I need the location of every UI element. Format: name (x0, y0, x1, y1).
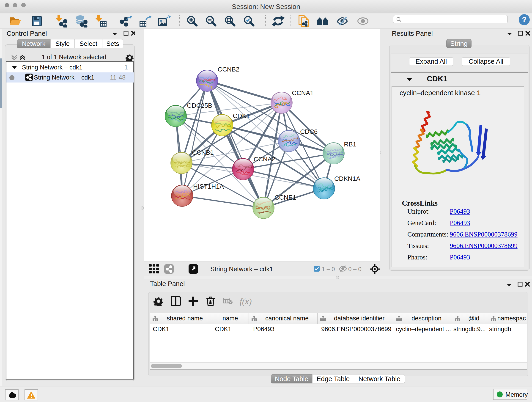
svg-text:CCNE1: CCNE1 (274, 194, 296, 201)
svg-text:CDC25B: CDC25B (187, 102, 212, 109)
svg-text:CCNA2: CCNA2 (254, 156, 275, 163)
svg-text:CDKN1A: CDKN1A (334, 175, 360, 182)
svg-text:RB1: RB1 (344, 141, 356, 148)
svg-text:CCNA1: CCNA1 (292, 89, 314, 96)
svg-text:CDK1: CDK1 (233, 112, 250, 119)
svg-text:CCNB1: CCNB1 (192, 149, 214, 156)
svg-text:CCNB2: CCNB2 (218, 66, 239, 73)
svg-text:HIST1H1A: HIST1H1A (193, 183, 224, 190)
svg-text:CDC6: CDC6 (300, 128, 317, 135)
